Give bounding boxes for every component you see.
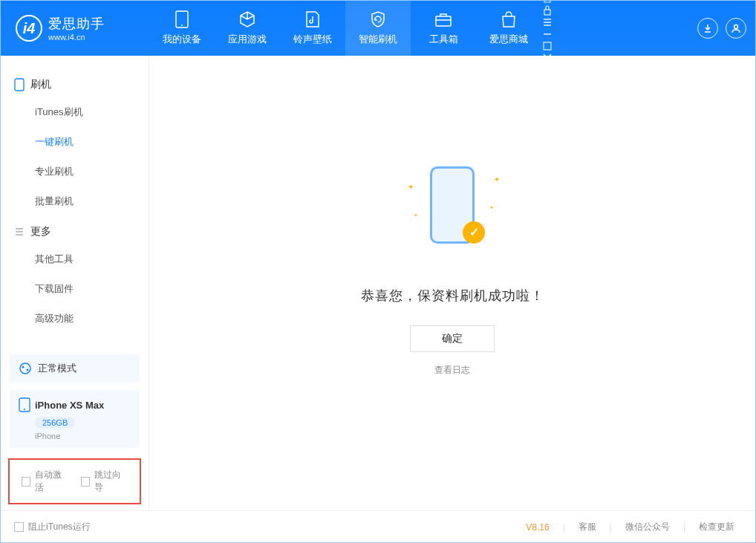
mode-icon <box>19 362 32 375</box>
skip-guide-checkbox[interactable]: 跳过向导 <box>81 469 128 494</box>
close-icon[interactable] <box>541 52 553 64</box>
user-button[interactable] <box>726 18 746 39</box>
sidebar-item-itunes-flash[interactable]: iTunes刷机 <box>14 97 135 127</box>
device-card[interactable]: iPhone XS Max 256GB iPhone <box>10 390 140 448</box>
cube-icon <box>238 10 256 28</box>
sidebar-item-onekey-flash[interactable]: 一键刷机 <box>14 127 135 157</box>
device-name: iPhone XS Max <box>35 400 104 411</box>
sidebar-item-batch-flash[interactable]: 批量刷机 <box>14 186 135 216</box>
device-storage: 256GB <box>35 417 75 429</box>
shield-refresh-icon <box>369 10 387 28</box>
nav-ringtones[interactable]: 铃声壁纸 <box>280 1 345 56</box>
main-nav: 我的设备 应用游戏 铃声壁纸 智能刷机 工具箱 爱思商城 <box>149 1 541 56</box>
svg-rect-3 <box>544 10 550 15</box>
sidebar-section-flash: 刷机 <box>14 78 135 91</box>
toolbox-icon <box>434 10 452 28</box>
sidebar: 刷机 iTunes刷机 一键刷机 专业刷机 批量刷机 更多 其他工具 下载固件 … <box>1 56 149 510</box>
svg-point-7 <box>20 363 30 374</box>
options-box: 自动激活 跳过向导 <box>8 458 141 504</box>
lock-icon[interactable] <box>541 4 553 16</box>
logo-icon: i4 <box>16 15 42 42</box>
logo-area: i4 爱思助手 www.i4.cn <box>1 15 149 42</box>
view-log-link[interactable]: 查看日志 <box>434 364 470 377</box>
nav-store[interactable]: 爱思商城 <box>476 1 541 56</box>
success-message: 恭喜您，保资料刷机成功啦！ <box>361 287 544 305</box>
checkbox-icon <box>81 477 90 487</box>
nav-toolbox[interactable]: 工具箱 <box>411 1 476 56</box>
sidebar-item-advanced[interactable]: 高级功能 <box>14 304 135 334</box>
sidebar-item-other-tools[interactable]: 其他工具 <box>14 244 135 274</box>
device-type: iPhone <box>35 432 131 440</box>
window-controls <box>541 0 553 64</box>
svg-rect-4 <box>544 42 551 50</box>
maximize-icon[interactable] <box>541 40 553 52</box>
svg-point-1 <box>181 25 183 26</box>
phone-outline-icon <box>14 78 25 91</box>
download-button[interactable] <box>697 18 718 39</box>
menu-icon[interactable] <box>541 16 553 28</box>
auto-activate-checkbox[interactable]: 自动激活 <box>22 469 69 494</box>
list-icon <box>14 227 25 237</box>
svg-point-11 <box>24 409 25 410</box>
success-illustration: ✦ ✦ ✦ ✦ ✓ <box>400 160 504 264</box>
svg-rect-2 <box>436 16 451 26</box>
music-file-icon <box>304 10 322 28</box>
titlebar: i4 爱思助手 www.i4.cn 我的设备 应用游戏 铃声壁纸 智能刷机 工具… <box>1 1 755 56</box>
nav-flash[interactable]: 智能刷机 <box>345 1 411 56</box>
mode-card[interactable]: 正常模式 <box>10 354 140 383</box>
nav-my-device[interactable]: 我的设备 <box>149 1 215 56</box>
update-link[interactable]: 检查更新 <box>691 521 742 533</box>
svg-point-9 <box>27 369 29 371</box>
main-content: ✦ ✦ ✦ ✦ ✓ 恭喜您，保资料刷机成功啦！ 确定 查看日志 <box>149 56 755 510</box>
check-icon: ✓ <box>463 221 485 244</box>
ok-button[interactable]: 确定 <box>410 325 495 352</box>
version-label: V8.16 <box>526 522 556 533</box>
app-url: www.i4.cn <box>48 33 105 42</box>
nav-apps[interactable]: 应用游戏 <box>215 1 280 56</box>
device-icon <box>19 397 30 412</box>
app-name: 爱思助手 <box>48 15 105 33</box>
svg-point-5 <box>734 25 738 29</box>
footer: 阻止iTunes运行 V8.16 | 客服 | 微信公众号 | 检查更新 <box>1 510 755 543</box>
checkbox-icon <box>14 522 24 532</box>
block-itunes-checkbox[interactable]: 阻止iTunes运行 <box>14 521 91 533</box>
phone-icon <box>173 10 191 28</box>
svg-point-8 <box>22 366 25 368</box>
sidebar-item-pro-flash[interactable]: 专业刷机 <box>14 157 135 186</box>
bag-icon <box>500 10 518 28</box>
support-link[interactable]: 客服 <box>571 521 604 533</box>
checkbox-icon <box>22 477 30 487</box>
sidebar-item-download-firmware[interactable]: 下载固件 <box>14 274 135 304</box>
svg-rect-6 <box>15 79 24 91</box>
minimize-icon[interactable] <box>541 28 553 40</box>
sidebar-section-more: 更多 <box>14 225 135 238</box>
wechat-link[interactable]: 微信公众号 <box>618 521 677 533</box>
